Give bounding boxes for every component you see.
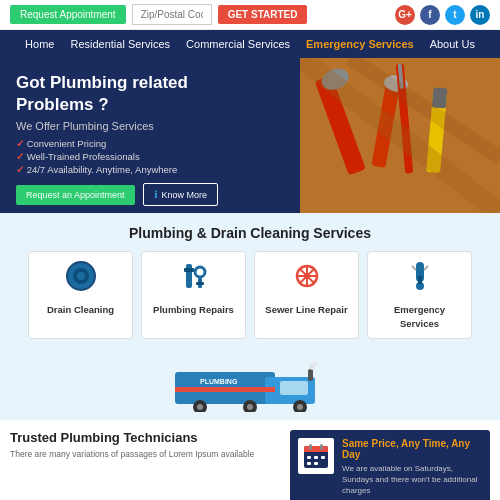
service-card-sewer[interactable]: Sewer Line Repair <box>254 251 359 339</box>
hero-section: Got Plumbing related Problems ? We Offer… <box>0 58 500 213</box>
svg-rect-18 <box>196 282 204 285</box>
svg-rect-50 <box>314 456 318 459</box>
service-card-plumbing[interactable]: Plumbing Repairs <box>141 251 246 339</box>
calendar-icon <box>298 438 334 474</box>
hero-buttons: Request an Appointment Know More <box>16 183 284 206</box>
facebook-icon[interactable]: f <box>420 5 440 25</box>
bottom-section: Trusted Plumbing Technicians There are m… <box>0 420 500 500</box>
plumbing-repairs-icon <box>148 260 239 298</box>
request-appointment-button[interactable]: Request Appointment <box>10 5 126 24</box>
same-price-desc: We are available on Saturdays, Sundays a… <box>342 463 482 497</box>
google-icon[interactable]: G+ <box>395 5 415 25</box>
svg-rect-40 <box>308 369 313 381</box>
svg-point-34 <box>197 404 203 410</box>
hero-image <box>300 58 500 213</box>
svg-point-24 <box>304 273 310 279</box>
svg-rect-39 <box>175 387 275 392</box>
hero-headline: Got Plumbing related Problems ? <box>16 72 284 116</box>
linkedin-icon[interactable]: in <box>470 5 490 25</box>
svg-point-42 <box>313 362 318 367</box>
emergency-services-icon <box>374 260 465 298</box>
svg-point-38 <box>297 404 303 410</box>
sewer-repair-icon <box>261 260 352 298</box>
hero-left: Got Plumbing related Problems ? We Offer… <box>0 58 300 213</box>
svg-rect-53 <box>314 462 318 465</box>
svg-rect-52 <box>307 462 311 465</box>
hero-subheading: We Offer Plumbing Services <box>16 120 284 132</box>
checklist-item: Well-Trained Professionals <box>16 151 284 162</box>
hero-checklist: Convenient Pricing Well-Trained Professi… <box>16 138 284 175</box>
same-price-text: Same Price, Any Time, Any Day We are ava… <box>342 438 482 497</box>
svg-line-29 <box>424 266 428 270</box>
truck-illustration: PLUMBING <box>170 357 330 412</box>
checklist-item: Convenient Pricing <box>16 138 284 149</box>
truck-section: PLUMBING <box>0 351 500 420</box>
same-price-card: Same Price, Any Time, Any Day We are ava… <box>290 430 490 500</box>
nav-residential[interactable]: Residential Services <box>70 38 170 50</box>
top-bar: Request Appointment GET STARTED G+ f t i… <box>0 0 500 30</box>
nav-commercial[interactable]: Commercial Services <box>186 38 290 50</box>
service-label-emergency: Emergency Services <box>394 304 445 329</box>
services-grid: Drain Cleaning Plumbing Repairs <box>10 251 490 339</box>
bottom-text: There are many variations of passages of… <box>10 449 280 461</box>
drain-cleaning-icon <box>35 260 126 298</box>
service-label-drain: Drain Cleaning <box>47 304 114 315</box>
same-price-title: Same Price, Any Time, Any Day <box>342 438 482 460</box>
svg-rect-27 <box>418 276 422 284</box>
checklist-item: 24/7 Availability. Anytime, Anywhere <box>16 164 284 175</box>
top-bar-left: Request Appointment GET STARTED <box>10 4 389 25</box>
svg-point-16 <box>195 267 205 277</box>
bottom-left: Trusted Plumbing Technicians There are m… <box>10 430 280 500</box>
nav-about[interactable]: About Us <box>430 38 475 50</box>
services-title: Plumbing & Drain Cleaning Services <box>10 225 490 241</box>
nav-home[interactable]: Home <box>25 38 54 50</box>
bottom-title: Trusted Plumbing Technicians <box>10 430 280 445</box>
svg-point-36 <box>247 404 253 410</box>
service-label-sewer: Sewer Line Repair <box>265 304 347 315</box>
svg-rect-47 <box>309 444 312 450</box>
svg-rect-46 <box>304 450 328 452</box>
svg-rect-15 <box>184 268 194 272</box>
svg-line-28 <box>412 266 416 270</box>
nav-emergency[interactable]: Emergency Services <box>306 38 414 50</box>
services-section: Plumbing & Drain Cleaning Services Drain… <box>0 213 500 351</box>
plumbing-tools-image <box>300 58 500 213</box>
svg-rect-51 <box>321 456 325 459</box>
svg-rect-32 <box>280 381 308 395</box>
svg-rect-49 <box>307 456 311 459</box>
svg-point-13 <box>77 272 85 280</box>
svg-rect-48 <box>320 444 323 450</box>
svg-rect-14 <box>186 264 192 288</box>
svg-text:PLUMBING: PLUMBING <box>200 378 238 385</box>
get-started-button[interactable]: GET STARTED <box>218 5 308 24</box>
service-card-drain[interactable]: Drain Cleaning <box>28 251 133 339</box>
service-card-emergency[interactable]: Emergency Services <box>367 251 472 339</box>
zip-input[interactable] <box>132 4 212 25</box>
social-icons: G+ f t in <box>395 5 490 25</box>
hero-appointment-button[interactable]: Request an Appointment <box>16 185 135 205</box>
service-label-plumbing: Plumbing Repairs <box>153 304 234 315</box>
hero-know-more-button[interactable]: Know More <box>143 183 219 206</box>
main-nav: Home Residential Services Commercial Ser… <box>0 30 500 58</box>
twitter-icon[interactable]: t <box>445 5 465 25</box>
